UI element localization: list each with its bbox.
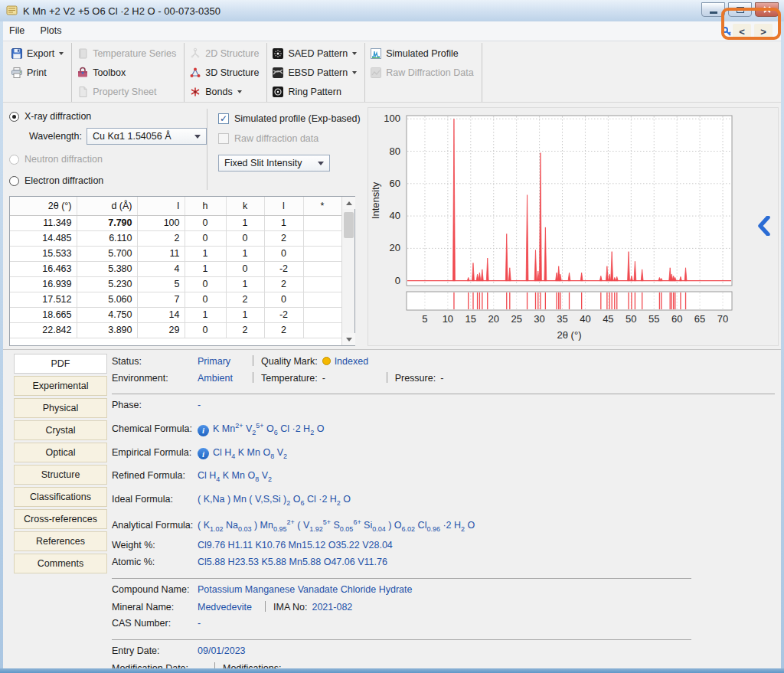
toolbar-bonds-button[interactable]: Bonds xyxy=(189,82,259,101)
key-icon[interactable] xyxy=(721,26,732,37)
column-header-2[interactable]: 2θ (°) xyxy=(10,197,77,215)
column-header-[interactable]: * xyxy=(303,197,341,215)
detail-value: Cl H4 K Mn O8 V2 xyxy=(198,466,775,489)
radio-electron-diffraction[interactable] xyxy=(9,176,19,186)
toolbar-label: Toolbox xyxy=(93,67,126,78)
saed-icon xyxy=(272,47,284,60)
table-cell xyxy=(303,292,341,307)
column-header-i[interactable]: I xyxy=(137,197,185,215)
table-cell: 2 xyxy=(264,230,303,246)
horizontal-divider xyxy=(112,394,775,394)
menu-file[interactable]: File xyxy=(3,21,31,41)
toolbar-print-button[interactable]: Print xyxy=(11,63,64,82)
checkbox-simulated-profile[interactable]: ✓ xyxy=(218,113,229,124)
menubar: File Plots < > xyxy=(3,21,781,41)
maximize-button[interactable] xyxy=(728,2,752,17)
table-row[interactable]: 16.9395.2305012 xyxy=(10,276,341,292)
svg-text:100: 100 xyxy=(384,113,400,124)
table-row[interactable]: 17.5125.0607020 xyxy=(10,292,341,307)
diffraction-plot: 020406080100Intensity5101520253035404550… xyxy=(368,108,778,345)
tab-experimental[interactable]: Experimental xyxy=(14,376,107,396)
toolbar-ebsd-pattern-button[interactable]: EBSD Pattern xyxy=(272,63,357,82)
table-cell xyxy=(303,307,341,322)
toolbar-toolbox-button[interactable]: Toolbox xyxy=(77,63,176,82)
svg-text:20: 20 xyxy=(488,313,498,325)
tab-classifications[interactable]: Classifications xyxy=(14,487,107,507)
tab-pdf[interactable]: PDF xyxy=(14,354,107,374)
tab-references[interactable]: References xyxy=(14,531,107,551)
info-icon[interactable]: i xyxy=(198,448,209,459)
table-cell: 0 xyxy=(264,246,303,261)
close-button[interactable] xyxy=(755,2,779,17)
table-cell: 1 xyxy=(226,276,264,292)
detail-value: - xyxy=(198,400,775,410)
menu-plots[interactable]: Plots xyxy=(34,21,68,41)
document-icon xyxy=(6,5,18,16)
table-row[interactable]: 11.3497.790100011 xyxy=(10,215,341,230)
tab-cross-references[interactable]: Cross-references xyxy=(14,509,107,529)
table-row[interactable]: 22.8423.89029022 xyxy=(10,322,341,338)
table-cell xyxy=(303,230,341,246)
nav-previous-button[interactable]: < xyxy=(733,24,751,39)
toolbar-saed-pattern-button[interactable]: SAED Pattern xyxy=(272,44,357,63)
radio-xray-diffraction[interactable] xyxy=(9,112,19,122)
detail-label-empirical-formula: Empirical Formula: xyxy=(112,447,198,458)
table-cell: 17.512 xyxy=(10,292,77,307)
table-cell: 7 xyxy=(137,292,185,307)
detail-label-status: Status: xyxy=(112,356,198,367)
column-header-h[interactable]: h xyxy=(185,197,226,215)
detail-value: iCl H4 K Mn O8 V2 xyxy=(198,443,775,466)
toolbar-label: Bonds xyxy=(205,87,232,97)
nav-next-button[interactable]: > xyxy=(754,24,773,39)
table-cell: 0 xyxy=(185,230,226,246)
window-frame-bottom xyxy=(0,668,784,673)
wavelength-select[interactable]: Cu Kα1 1.54056 Å xyxy=(87,128,207,145)
tab-comments[interactable]: Comments xyxy=(14,554,107,573)
table-cell: 1 xyxy=(185,307,226,322)
collapse-panel-arrow[interactable] xyxy=(756,216,772,239)
detail-value: PrimaryQuality Mark:Indexed xyxy=(198,355,775,367)
table-row[interactable]: 18.6654.7501411-2 xyxy=(10,307,341,322)
column-header-d[interactable]: d (Å) xyxy=(77,197,137,215)
scroll-down-arrow[interactable] xyxy=(342,333,355,345)
table-row[interactable]: 14.4856.1102002 xyxy=(10,230,341,246)
tab-physical[interactable]: Physical xyxy=(14,398,107,418)
toolbar-property-sheet-button: Property Sheet xyxy=(77,82,176,101)
column-header-l[interactable]: l xyxy=(264,197,303,215)
toolbox-icon xyxy=(77,67,89,79)
vertical-separator xyxy=(253,372,253,383)
table-cell: 100 xyxy=(137,215,185,230)
table-row[interactable]: 16.4635.380410-2 xyxy=(10,261,341,276)
detail-value: MedvedeviteIMA No:2021-082 xyxy=(198,601,775,613)
toolbar-simulated-profile-button[interactable]: Simulated Profile xyxy=(370,44,473,63)
tab-optical[interactable]: Optical xyxy=(14,443,107,462)
tab-crystal[interactable]: Crystal xyxy=(14,420,107,440)
column-header-k[interactable]: k xyxy=(226,197,264,215)
diffraction-chart-panel: 020406080100Intensity5101520253035404550… xyxy=(368,107,779,346)
wavelength-value: Cu Kα1 1.54056 Å xyxy=(93,131,171,142)
toolbar-label: Temperature Series xyxy=(93,48,176,59)
svg-text:5: 5 xyxy=(422,313,427,325)
toolbar-temperature-series-button: Temperature Series xyxy=(77,44,176,63)
scroll-up-arrow[interactable] xyxy=(342,197,355,209)
table-cell xyxy=(303,215,341,230)
toolbar-3d-structure-button[interactable]: 3D Structure xyxy=(189,63,259,82)
intensity-type-select[interactable]: Fixed Slit Intensity xyxy=(218,155,330,172)
detail-row: Compound Name:Potassium Manganese Vanada… xyxy=(112,584,775,600)
scrollbar-thumb[interactable] xyxy=(344,212,354,238)
info-icon[interactable]: i xyxy=(198,425,209,436)
minimize-button[interactable] xyxy=(701,2,725,17)
svg-text:35: 35 xyxy=(557,313,567,325)
table-cell: 1 xyxy=(226,215,264,230)
table-cell: 14.485 xyxy=(10,230,77,246)
value-text: - xyxy=(198,400,201,410)
table-scrollbar[interactable] xyxy=(341,197,354,345)
formula-text: ( K,Na ) Mn ( V,S,Si )2 O6 Cl ·2 H2 O xyxy=(198,494,351,505)
table-cell: 0 xyxy=(185,215,226,230)
toolbar-export-button[interactable]: Export xyxy=(11,44,64,63)
tab-structure[interactable]: Structure xyxy=(14,465,107,485)
table-row[interactable]: 15.5335.70011110 xyxy=(10,246,341,261)
value-text: 09/01/2023 xyxy=(198,645,246,656)
print-icon xyxy=(11,67,23,79)
toolbar-ring-pattern-button[interactable]: Ring Pattern xyxy=(272,82,357,101)
